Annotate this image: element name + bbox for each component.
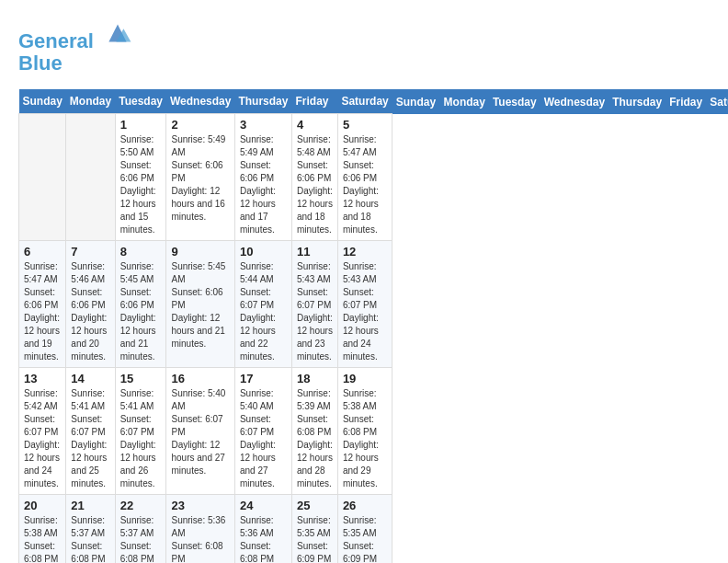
day-number: 12: [343, 245, 387, 259]
day-number: 15: [120, 372, 162, 385]
weekday-header-saturday: Saturday: [706, 89, 728, 114]
day-number: 22: [120, 499, 162, 512]
calendar-cell: 16Sunrise: 5:40 AMSunset: 6:07 PMDayligh…: [166, 368, 234, 495]
day-info: Sunrise: 5:38 AMSunset: 6:08 PMDaylight:…: [343, 387, 387, 490]
logo-blue: Blue: [18, 52, 132, 75]
header-sunday: Sunday: [19, 89, 66, 114]
day-info: Sunrise: 5:42 AMSunset: 6:07 PMDaylight:…: [24, 387, 61, 490]
weekday-header-sunday: Sunday: [392, 89, 440, 114]
day-number: 10: [240, 245, 287, 259]
day-number: 17: [240, 372, 287, 385]
calendar-cell: 15Sunrise: 5:41 AMSunset: 6:07 PMDayligh…: [115, 368, 166, 495]
day-number: 6: [24, 245, 61, 259]
day-info: Sunrise: 5:49 AMSunset: 6:06 PMDaylight:…: [240, 133, 287, 236]
day-info: Sunrise: 5:50 AMSunset: 6:06 PMDaylight:…: [120, 133, 162, 236]
weekday-header-wednesday: Wednesday: [540, 89, 609, 114]
calendar-cell: 9Sunrise: 5:45 AMSunset: 6:06 PMDaylight…: [166, 241, 234, 368]
day-info: Sunrise: 5:48 AMSunset: 6:06 PMDaylight:…: [297, 133, 333, 236]
day-info: Sunrise: 5:40 AMSunset: 6:07 PMDaylight:…: [171, 387, 229, 477]
calendar-cell: 26Sunrise: 5:35 AMSunset: 6:09 PMDayligh…: [337, 495, 392, 563]
day-number: 20: [24, 499, 61, 512]
logo-text: General: [18, 18, 132, 52]
day-info: Sunrise: 5:44 AMSunset: 6:07 PMDaylight:…: [240, 260, 287, 363]
day-number: 14: [71, 372, 109, 385]
day-info: Sunrise: 5:40 AMSunset: 6:07 PMDaylight:…: [240, 387, 287, 490]
day-number: 11: [297, 245, 333, 259]
header-tuesday: Tuesday: [115, 89, 166, 114]
day-number: 23: [171, 499, 229, 512]
day-number: 24: [240, 499, 287, 512]
calendar-cell: 6Sunrise: 5:47 AMSunset: 6:06 PMDaylight…: [19, 241, 66, 368]
calendar-cell: 12Sunrise: 5:43 AMSunset: 6:07 PMDayligh…: [337, 241, 392, 368]
calendar-cell: [66, 114, 115, 241]
calendar-cell: 23Sunrise: 5:36 AMSunset: 6:08 PMDayligh…: [166, 495, 234, 563]
logo-icon: [103, 18, 132, 48]
calendar-cell: 4Sunrise: 5:48 AMSunset: 6:06 PMDaylight…: [291, 114, 337, 241]
calendar-cell: 19Sunrise: 5:38 AMSunset: 6:08 PMDayligh…: [337, 368, 392, 495]
calendar-cell: 17Sunrise: 5:40 AMSunset: 6:07 PMDayligh…: [234, 368, 291, 495]
day-number: 3: [240, 118, 287, 132]
day-info: Sunrise: 5:41 AMSunset: 6:07 PMDaylight:…: [120, 387, 162, 490]
day-number: 18: [297, 372, 333, 385]
calendar-cell: 8Sunrise: 5:45 AMSunset: 6:06 PMDaylight…: [115, 241, 166, 368]
calendar-cell: 24Sunrise: 5:36 AMSunset: 6:08 PMDayligh…: [234, 495, 291, 563]
day-info: Sunrise: 5:47 AMSunset: 6:06 PMDaylight:…: [24, 260, 61, 363]
day-info: Sunrise: 5:38 AMSunset: 6:08 PMDaylight:…: [24, 514, 61, 563]
logo: General Blue: [18, 18, 132, 75]
page-header: General Blue: [18, 18, 710, 75]
week-row-4: 20Sunrise: 5:38 AMSunset: 6:08 PMDayligh…: [19, 495, 729, 563]
day-info: Sunrise: 5:46 AMSunset: 6:06 PMDaylight:…: [71, 260, 109, 363]
day-number: 26: [343, 499, 387, 512]
day-number: 21: [71, 499, 109, 512]
calendar-cell: 7Sunrise: 5:46 AMSunset: 6:06 PMDaylight…: [66, 241, 115, 368]
day-number: 25: [297, 499, 333, 512]
day-info: Sunrise: 5:43 AMSunset: 6:07 PMDaylight:…: [343, 260, 387, 363]
calendar-cell: 5Sunrise: 5:47 AMSunset: 6:06 PMDaylight…: [337, 114, 392, 241]
day-info: Sunrise: 5:43 AMSunset: 6:07 PMDaylight:…: [297, 260, 333, 363]
day-info: Sunrise: 5:49 AMSunset: 6:06 PMDaylight:…: [171, 133, 229, 224]
day-info: Sunrise: 5:36 AMSunset: 6:08 PMDaylight:…: [240, 514, 287, 563]
day-number: 1: [120, 118, 162, 132]
day-number: 4: [297, 118, 333, 132]
week-row-3: 13Sunrise: 5:42 AMSunset: 6:07 PMDayligh…: [19, 368, 729, 495]
day-info: Sunrise: 5:39 AMSunset: 6:08 PMDaylight:…: [297, 387, 333, 490]
logo-general: General: [18, 29, 94, 52]
calendar-cell: 25Sunrise: 5:35 AMSunset: 6:09 PMDayligh…: [291, 495, 337, 563]
day-info: Sunrise: 5:41 AMSunset: 6:07 PMDaylight:…: [71, 387, 109, 490]
calendar-cell: 20Sunrise: 5:38 AMSunset: 6:08 PMDayligh…: [19, 495, 66, 563]
calendar-table: SundayMondayTuesdayWednesdayThursdayFrid…: [18, 89, 728, 563]
header-saturday: Saturday: [337, 89, 392, 114]
calendar-cell: 18Sunrise: 5:39 AMSunset: 6:08 PMDayligh…: [291, 368, 337, 495]
calendar-cell: [19, 114, 66, 241]
header-thursday: Thursday: [234, 89, 291, 114]
week-row-1: 1Sunrise: 5:50 AMSunset: 6:06 PMDaylight…: [19, 114, 729, 241]
weekday-header-tuesday: Tuesday: [489, 89, 540, 114]
day-number: 16: [171, 372, 229, 385]
weekday-header-thursday: Thursday: [609, 89, 665, 114]
day-number: 9: [171, 245, 229, 259]
header-row: SundayMondayTuesdayWednesdayThursdayFrid…: [19, 89, 729, 114]
calendar-cell: 21Sunrise: 5:37 AMSunset: 6:08 PMDayligh…: [66, 495, 115, 563]
calendar-cell: 2Sunrise: 5:49 AMSunset: 6:06 PMDaylight…: [166, 114, 234, 241]
day-number: 5: [343, 118, 387, 132]
day-info: Sunrise: 5:45 AMSunset: 6:06 PMDaylight:…: [120, 260, 162, 363]
header-wednesday: Wednesday: [166, 89, 234, 114]
day-info: Sunrise: 5:45 AMSunset: 6:06 PMDaylight:…: [171, 260, 229, 350]
header-friday: Friday: [291, 89, 337, 114]
weekday-header-friday: Friday: [665, 89, 706, 114]
calendar-cell: 10Sunrise: 5:44 AMSunset: 6:07 PMDayligh…: [234, 241, 291, 368]
calendar-cell: 3Sunrise: 5:49 AMSunset: 6:06 PMDaylight…: [234, 114, 291, 241]
calendar-cell: 22Sunrise: 5:37 AMSunset: 6:08 PMDayligh…: [115, 495, 166, 563]
calendar-cell: 14Sunrise: 5:41 AMSunset: 6:07 PMDayligh…: [66, 368, 115, 495]
day-info: Sunrise: 5:36 AMSunset: 6:08 PMDaylight:…: [171, 514, 229, 563]
calendar-cell: 13Sunrise: 5:42 AMSunset: 6:07 PMDayligh…: [19, 368, 66, 495]
day-number: 7: [71, 245, 109, 259]
header-monday: Monday: [66, 89, 115, 114]
day-info: Sunrise: 5:35 AMSunset: 6:09 PMDaylight:…: [297, 514, 333, 563]
day-info: Sunrise: 5:35 AMSunset: 6:09 PMDaylight:…: [343, 514, 387, 563]
day-number: 8: [120, 245, 162, 259]
day-info: Sunrise: 5:37 AMSunset: 6:08 PMDaylight:…: [120, 514, 162, 563]
day-number: 19: [343, 372, 387, 385]
weekday-header-monday: Monday: [440, 89, 489, 114]
day-info: Sunrise: 5:37 AMSunset: 6:08 PMDaylight:…: [71, 514, 109, 563]
